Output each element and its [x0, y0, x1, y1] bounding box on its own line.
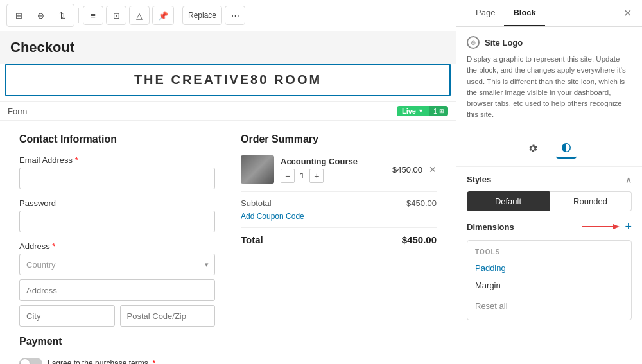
canvas-wrapper: THE CREATIVE80 ROOM Form Live ▼ 1 ⊞ [0, 58, 456, 364]
address-required: * [52, 241, 55, 251]
country-select-wrapper: Country ▾ [19, 254, 215, 275]
site-title: THE CREATIVE80 ROOM [19, 73, 437, 87]
tool-padding-item[interactable]: Padding [467, 259, 631, 277]
dimensions-add-button[interactable]: + [625, 220, 632, 234]
chevron-up-icon[interactable]: ∧ [625, 175, 632, 185]
tab-page[interactable]: Page [467, 0, 504, 26]
checkout-layout: Contact Information Email Address * Pass… [0, 121, 456, 364]
checkout-left: Contact Information Email Address * Pass… [19, 134, 215, 364]
grid-small-icon: ⊞ [439, 108, 444, 114]
order-item-close-button[interactable]: ✕ [429, 164, 437, 175]
sidebar: Page Block ✕ ⊖ Site Logo Display a graph… [456, 0, 642, 364]
site-logo-header: ⊖ Site Logo [467, 36, 632, 49]
more-button[interactable]: ⋯ [225, 6, 245, 25]
email-input[interactable] [19, 168, 215, 189]
email-required: * [75, 155, 78, 165]
styles-header: Styles ∧ [467, 175, 632, 185]
total-value: $450.00 [402, 234, 437, 245]
settings-icon-button[interactable] [523, 138, 543, 159]
order-item-details: Accounting Course − 1 + [281, 157, 386, 183]
qty-value: 1 [300, 171, 304, 180]
order-item: Accounting Course − 1 + $450.00 ✕ [241, 155, 437, 184]
order-divider-1 [241, 191, 437, 192]
styles-section: Styles ∧ Default Rounded Dimensions + TO… [456, 167, 642, 334]
terms-required: * [152, 359, 155, 364]
tool-margin-item[interactable]: Margin [467, 277, 631, 294]
canvas-content: THE CREATIVE80 ROOM Form Live ▼ 1 ⊞ [0, 64, 456, 364]
style-icons-row [456, 130, 642, 167]
site-logo-section: ⊖ Site Logo Display a graphic to represe… [456, 27, 642, 130]
coupon-row: Add Coupon Code [241, 212, 437, 221]
password-group: Password [19, 198, 215, 232]
payment-section: Payment I agree to the purchase terms. * [19, 336, 215, 364]
toolbar-separator-1 [78, 8, 79, 23]
pin-button[interactable]: 📌 [152, 6, 174, 25]
password-input[interactable] [19, 211, 215, 232]
toolbar: ⊞ ⊖ ⇅ ≡ ⊡ △ 📌 Replace ⋯ [0, 0, 456, 31]
address-group: Address * Country ▾ [19, 241, 215, 327]
qty-increase-button[interactable]: + [309, 169, 324, 183]
site-logo-desc: Display a graphic to represent this site… [467, 54, 632, 121]
order-item-image-inner [241, 155, 274, 184]
coupon-link[interactable]: Add Coupon Code [241, 212, 304, 221]
address-input[interactable] [19, 279, 215, 301]
triangle-button[interactable]: △ [129, 6, 150, 25]
form-label: Form [8, 107, 27, 116]
sidebar-tabs: Page Block ✕ [456, 0, 642, 27]
dimensions-title: Dimensions [467, 222, 514, 232]
style-rounded-button[interactable]: Rounded [550, 191, 632, 211]
terms-text: I agree to the purchase terms. * [48, 359, 155, 364]
order-item-price: $450.00 [392, 165, 422, 175]
toggle-knob [21, 359, 30, 364]
form-bar: Form Live ▼ 1 ⊞ [0, 101, 456, 121]
minus-circle-button[interactable]: ⊖ [30, 6, 51, 25]
site-header: THE CREATIVE80 ROOM [5, 64, 451, 96]
replace-button[interactable]: Replace [182, 6, 222, 25]
city-input[interactable] [19, 305, 115, 327]
chevron-up-down-button[interactable]: ⇅ [52, 6, 73, 25]
email-label: Email Address * [19, 155, 215, 165]
country-select[interactable]: Country [19, 254, 215, 275]
tools-header: TOOLS [467, 246, 631, 259]
tab-block[interactable]: Block [504, 0, 544, 26]
grid-button[interactable]: ⊞ [8, 6, 29, 25]
site-logo-icon: ⊖ [467, 36, 480, 49]
page-title: Checkout [0, 31, 456, 58]
tools-dropdown: TOOLS Padding Margin Reset all [467, 240, 632, 320]
password-label: Password [19, 198, 215, 208]
styles-title: Styles [467, 175, 491, 184]
terms-toggle[interactable] [19, 358, 42, 364]
order-item-qty: − 1 + [281, 169, 386, 183]
style-default-button[interactable]: Default [467, 191, 550, 211]
style-buttons: Default Rounded [467, 191, 632, 211]
live-badge[interactable]: Live ▼ [397, 106, 429, 116]
toolbar-separator-2 [178, 8, 178, 23]
qty-decrease-button[interactable]: − [281, 169, 295, 183]
live-badge-extra[interactable]: 1 ⊞ [429, 106, 448, 116]
chevron-down-icon: ▼ [418, 108, 424, 114]
subtotal-row: Subtotal $450.00 [241, 198, 437, 208]
email-group: Email Address * [19, 155, 215, 189]
sidebar-tab-group: Page Block [467, 0, 545, 26]
close-icon[interactable]: ✕ [623, 7, 632, 19]
site-logo-title: Site Logo [485, 38, 523, 48]
reset-all-button[interactable]: Reset all [467, 297, 631, 315]
subtotal-label: Subtotal [241, 198, 272, 208]
address-label: Address * [19, 241, 215, 251]
contrast-icon-button[interactable] [556, 138, 577, 159]
subtotal-value: $450.00 [406, 198, 437, 208]
live-badge-group: Live ▼ 1 ⊞ [397, 106, 448, 116]
postal-input[interactable] [120, 305, 216, 327]
crop-button[interactable]: ⊡ [106, 6, 126, 25]
order-section-title: Order Summary [241, 134, 437, 145]
total-label: Total [241, 234, 263, 245]
svg-marker-1 [613, 224, 620, 229]
dimensions-header: Dimensions + [467, 220, 632, 234]
red-arrow-icon [582, 222, 621, 231]
order-item-name: Accounting Course [281, 157, 386, 166]
dimensions-controls: + [582, 220, 632, 234]
total-row: Total $450.00 [241, 227, 437, 245]
align-button[interactable]: ≡ [83, 6, 103, 25]
toolbar-group-left: ⊞ ⊖ ⇅ [6, 4, 74, 27]
payment-title: Payment [19, 336, 215, 347]
